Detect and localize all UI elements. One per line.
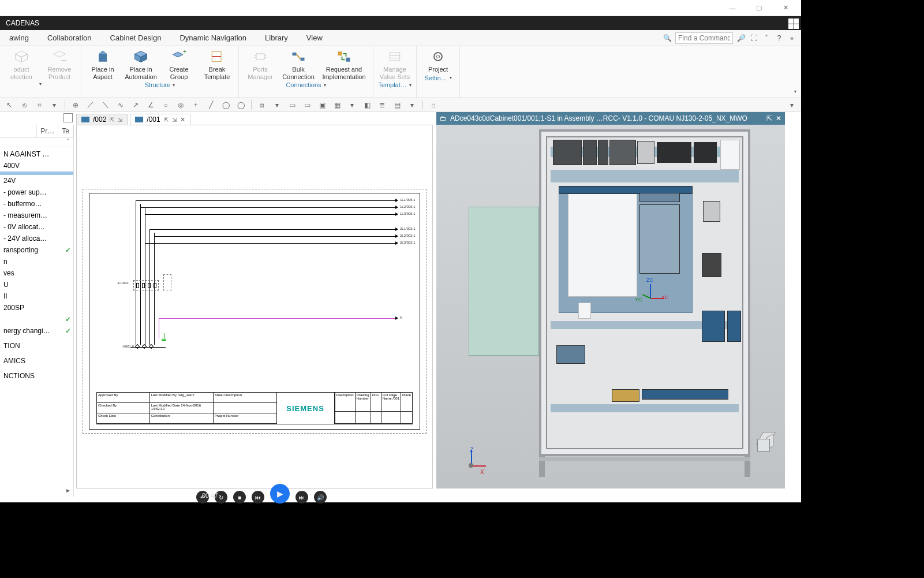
group-label-connections[interactable]: Connections ▾ — [286, 80, 326, 88]
os-maximize-button[interactable]: ▢ — [746, 1, 772, 15]
search-go-icon[interactable]: 🔎 — [736, 33, 746, 43]
ribbon-tab-collaboration[interactable]: Collaboration — [38, 30, 101, 46]
group-label-structure[interactable]: Structure ▾ — [145, 80, 175, 88]
os-close-button[interactable]: ✕ — [772, 1, 799, 15]
remove-product-button[interactable]: Remove Product — [43, 49, 76, 80]
play-button[interactable]: ▶ — [270, 484, 290, 504]
assembly-icon[interactable]: ⌂ — [428, 99, 439, 111]
cube-icon[interactable]: ◧ — [361, 99, 373, 111]
place-in-aspect-button[interactable]: Place in Aspect — [86, 49, 119, 80]
navigator-item[interactable]: NCTIONS — [0, 370, 73, 382]
arrow-icon[interactable]: ↗ — [130, 99, 141, 111]
plus-icon[interactable]: ＋ — [190, 99, 201, 111]
navigator-item[interactable]: - buffermo… — [0, 198, 73, 210]
ribbon-expand-icon[interactable]: ▾ — [794, 89, 796, 94]
navigator-item[interactable]: II — [0, 290, 73, 302]
nav-col-te[interactable]: Te — [58, 125, 73, 137]
3d-viewport-canvas[interactable]: ZC YC XC Z X — [436, 125, 785, 488]
line-icon[interactable]: ＼ — [100, 99, 111, 111]
ports-manager-button[interactable]: Ports Manager — [244, 49, 277, 80]
manage-value-sets-button[interactable]: Manage Value Sets — [378, 49, 412, 80]
request-implementation-button[interactable]: Request and Implementation — [320, 49, 368, 80]
tool-icon[interactable]: ▾ — [48, 99, 60, 111]
polyline-icon[interactable]: ∿ — [115, 99, 126, 111]
navigator-item[interactable]: N AGAINST … — [0, 148, 73, 160]
next-button[interactable]: ⏭ — [295, 491, 308, 504]
group-drop[interactable]: ▾ — [39, 80, 42, 87]
navigator-item[interactable]: n — [0, 256, 73, 267]
document-tab-002[interactable]: /002 ⇱ ⇲ — [76, 114, 128, 125]
document-tab-001[interactable]: /001 ⇱ ⇲ ✕ — [130, 114, 190, 125]
chevron-down-icon[interactable]: ▾ — [271, 99, 283, 111]
close-tab-icon[interactable]: ✕ — [180, 116, 185, 124]
navigator-item[interactable]: ransporting✓ — [0, 244, 73, 256]
snap-grid-icon[interactable]: ⊕ — [70, 99, 81, 111]
pin-icon[interactable]: ⇲ — [172, 117, 177, 123]
window-icon[interactable]: ▦ — [331, 99, 343, 111]
stop-button[interactable]: ■ — [233, 491, 246, 504]
navigator-item[interactable]: AMICS — [0, 355, 73, 367]
tool-icon[interactable]: ⎋ — [18, 99, 30, 111]
popout-icon[interactable]: ⇱ — [766, 114, 772, 122]
navigator-item[interactable]: ves — [0, 267, 73, 279]
layers-icon[interactable]: ▤ — [391, 99, 403, 111]
nav-col-pr[interactable]: Pr… — [37, 125, 58, 137]
bulk-connection-button[interactable]: Bulk Connection — [282, 49, 315, 80]
ellipse-icon[interactable]: ◯ — [235, 99, 246, 111]
navigator-item[interactable]: - measurem… — [0, 210, 73, 221]
navigator-item[interactable]: - power sup… — [0, 187, 73, 198]
angle-icon[interactable]: ∠ — [145, 99, 156, 111]
circle-icon[interactable]: ○ — [160, 99, 171, 111]
window-icon[interactable]: ▣ — [316, 99, 328, 111]
navigator-item[interactable]: 400V — [0, 160, 73, 171]
navigator-item[interactable]: 200SP — [0, 302, 73, 314]
os-minimize-button[interactable]: — — [719, 1, 746, 15]
ribbon-tab-cabinet-design[interactable]: Cabinet Design — [101, 30, 171, 46]
help-icon[interactable]: ? — [775, 33, 784, 43]
volume-button[interactable]: 🔊 — [314, 491, 327, 504]
navigator-item[interactable]: nergy changi…✓ — [0, 325, 73, 337]
chevron-up-icon[interactable]: ˄ — [762, 33, 771, 43]
nav-collapse-icon[interactable]: ˄ — [0, 138, 73, 147]
window-icon[interactable]: ▭ — [286, 99, 298, 111]
popout-icon[interactable]: ⇱ — [164, 117, 169, 123]
group-label-settings[interactable]: Settin… ▾ — [424, 73, 451, 81]
create-group-button[interactable]: + Create Group — [162, 49, 196, 80]
tool-icon[interactable]: ⌗ — [33, 99, 45, 111]
pin-icon[interactable]: ⇲ — [118, 117, 122, 123]
ribbon-tab-library[interactable]: Library — [256, 30, 297, 46]
group-label-templates[interactable]: Templat… ▾ — [378, 80, 412, 88]
navigator-item[interactable]: 24V — [0, 175, 73, 187]
line-icon[interactable]: ╱ — [205, 99, 216, 111]
layers-icon[interactable]: ≣ — [376, 99, 388, 111]
navigator-tree[interactable]: N AGAINST … 400V24V- power sup…- bufferm… — [0, 147, 73, 382]
view-cube[interactable] — [757, 435, 775, 453]
fullscreen-icon[interactable]: ⛶ — [749, 33, 758, 43]
product-selection-button[interactable]: oduct election — [5, 49, 38, 80]
chevron-down-icon[interactable]: ▾ — [406, 99, 418, 111]
line-icon[interactable]: ／ — [85, 99, 96, 111]
project-settings-button[interactable]: Project — [421, 49, 455, 73]
schematic-viewport[interactable]: 1L1/005:1 1L2/005:1 1L3/005:1 2L1/002:1 … — [76, 125, 433, 488]
chevron-down-icon[interactable]: ▾ — [346, 99, 358, 111]
navigator-item[interactable]: U — [0, 279, 73, 290]
navigator-item[interactable]: TION — [0, 340, 73, 352]
ellipse-icon[interactable]: ◯ — [220, 99, 231, 111]
close-icon[interactable]: ✕ — [776, 114, 781, 122]
tool-icon[interactable]: ↖ — [3, 99, 15, 111]
ribbon-tab-view[interactable]: View — [297, 30, 332, 46]
previous-button[interactable]: ⏮ — [252, 491, 264, 504]
component-icon[interactable]: ⧈ — [256, 99, 268, 111]
popout-icon[interactable]: ⇱ — [110, 117, 114, 123]
place-in-automation-button[interactable]: Place in Automation — [124, 49, 158, 80]
break-template-button[interactable]: Break Template — [200, 49, 234, 80]
list-view-toggle-icon[interactable] — [63, 113, 73, 122]
grid-apps-icon[interactable] — [788, 18, 799, 29]
ribbon-tab-drawing[interactable]: awing — [0, 30, 38, 46]
circle-icon[interactable]: ◎ — [175, 99, 186, 111]
navigator-item[interactable]: - 0V allocat… — [0, 221, 73, 233]
command-search-input[interactable] — [675, 32, 733, 44]
navigator-item[interactable]: ✓ — [0, 314, 73, 325]
navigator-item[interactable]: - 24V alloca… — [0, 233, 73, 244]
chevron-down-icon[interactable]: ▾ — [786, 99, 798, 111]
